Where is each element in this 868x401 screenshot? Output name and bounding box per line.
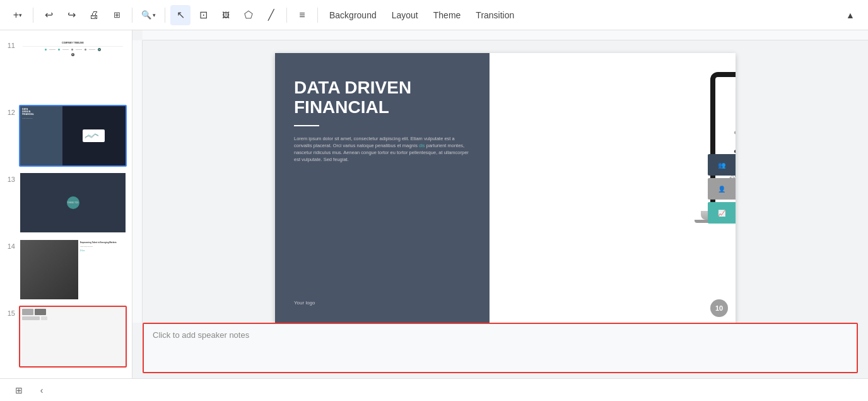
thank-you-text: THANK YOU (67, 201, 79, 204)
timeline-connector (76, 49, 82, 50)
image-icon: 🖼 (222, 11, 230, 20)
zoom-dropdown[interactable]: 🔍 ▾ (138, 8, 160, 22)
timeline-connector (89, 49, 95, 50)
slide-number-13: 13 (5, 176, 15, 183)
timeline-dot (85, 49, 86, 51)
slide-thumb-11[interactable]: COMPANY TIMELINE (19, 38, 127, 100)
slide-logo: Your logo (294, 300, 471, 306)
slide-body-text: Lorem ipsum dolor sit amet, consectetur … (294, 135, 471, 164)
canvas-scroll[interactable]: DATA DRIVEN FINANCIAL Lorem ipsum dolor … (143, 40, 868, 323)
separator-5 (317, 8, 318, 23)
slide-item[interactable]: 15 (0, 303, 132, 370)
add-icon: + (13, 9, 19, 21)
timeline-dot (71, 49, 73, 51)
slide-12-text: Lorem ipsum dolor (22, 117, 61, 119)
slide-left-panel: DATA DRIVEN FINANCIAL Lorem ipsum dolor … (275, 53, 490, 323)
theme-button[interactable]: Theme (427, 8, 467, 23)
slide-14-content: Empowering Talent in Emerging Markets Lo… (78, 240, 126, 299)
slide-11-title: COMPANY TIMELINE (23, 42, 123, 44)
person-icon: 👤 (718, 186, 725, 193)
slide-thumb-12[interactable]: DATADRIVENFINANCIAL Lorem ipsum dolor (19, 105, 127, 167)
toolbar-right: ▲ (840, 5, 860, 25)
sidebar-icon-people[interactable]: 👥 (708, 154, 736, 176)
slide-number-badge: 10 (710, 299, 728, 317)
shape-icon: ⬠ (244, 9, 253, 21)
zoom-out-icon: 🔍 (141, 10, 151, 20)
format-paint-button[interactable]: ⊞ (107, 5, 127, 25)
panel-toggle-button[interactable]: ‹ (33, 381, 50, 399)
slide-14-text: Lorem ipsum text here (80, 246, 124, 247)
slide-panel: 11 COMPANY TIMELINE (0, 30, 132, 378)
canvas-with-ruler: DATA DRIVEN FINANCIAL Lorem ipsum dolor … (132, 40, 868, 323)
collapse-toolbar-button[interactable]: ▲ (840, 5, 860, 25)
timeline-connector (62, 49, 69, 50)
crop-tool-button[interactable]: ⊡ (193, 5, 213, 25)
text-align-button[interactable]: ≡ (292, 5, 312, 25)
slide-12-title: DATADRIVENFINANCIAL (22, 108, 61, 116)
undo-icon: ↩ (45, 9, 53, 21)
image-tool-button[interactable]: 🖼 (216, 5, 236, 25)
slide-title: DATA DRIVEN FINANCIAL (294, 78, 471, 117)
redo-button[interactable]: ↪ (61, 5, 81, 25)
background-button[interactable]: Background (323, 8, 383, 23)
slide-12-right (62, 106, 126, 165)
horizontal-ruler: // Rendered via inline approach (143, 30, 868, 40)
main-area: 11 COMPANY TIMELINE (0, 30, 868, 378)
text-align-icon: ≡ (299, 9, 305, 21)
slide-15-img1 (22, 309, 33, 315)
slide-number-12: 12 (5, 109, 15, 116)
people-icon: 👥 (718, 162, 725, 169)
thank-you-circle: THANK YOU (67, 196, 79, 209)
grid-view-button[interactable]: ⊞ (10, 381, 28, 399)
timeline-dot (45, 49, 47, 51)
chart-icon: 📈 (718, 210, 725, 217)
slide-item[interactable]: 13 THANK YOU (0, 169, 132, 236)
select-tool-button[interactable]: ↖ (170, 5, 191, 25)
slide-thumb-14[interactable]: Empowering Talent in Emerging Markets Lo… (19, 239, 127, 301)
separator-2 (132, 8, 132, 23)
slide-15-bar (22, 316, 40, 320)
slide-panel-scroll[interactable]: 11 COMPANY TIMELINE (0, 35, 132, 373)
slide-item[interactable]: 11 COMPANY TIMELINE (0, 35, 132, 102)
transition-button[interactable]: Transition (469, 8, 520, 23)
layout-button[interactable]: Layout (385, 8, 425, 23)
sidebar-icon-chart[interactable]: 📈 (708, 202, 736, 224)
timeline-dot-special (98, 48, 101, 51)
toolbar: + ▾ ↩ ↪ 🖨 ⊞ 🔍 ▾ ↖ ⊡ 🖼 ⬠ ╱ ≡ Background L… (0, 0, 868, 30)
slide-item[interactable]: 14 Empowering Talent in Emerging Markets… (0, 236, 132, 303)
slide-15-bar2 (41, 316, 47, 320)
separator-3 (165, 8, 165, 23)
speaker-notes[interactable]: Click to add speaker notes (143, 323, 858, 373)
canvas-area: // Rendered via inline approach DATA DRI… (132, 30, 868, 378)
slide-number-11: 11 (5, 42, 15, 49)
format-paint-icon: ⊞ (114, 10, 120, 20)
separator-4 (286, 8, 287, 23)
slide-number-15: 15 (5, 309, 15, 317)
timeline-dot (58, 49, 60, 51)
add-dropdown-icon: ▾ (19, 12, 22, 18)
add-button[interactable]: + ▾ (8, 5, 28, 25)
sidebar-icon-person[interactable]: 👤 (708, 178, 736, 200)
collapse-icon: ▲ (846, 10, 855, 20)
slide-number-14: 14 (5, 242, 15, 250)
toggle-icon: ‹ (40, 385, 44, 395)
slide-15-img2 (35, 309, 46, 315)
slide-item[interactable]: 12 DATADRIVENFINANCIAL Lorem ipsum dolor (0, 102, 132, 169)
print-button[interactable]: 🖨 (84, 5, 104, 25)
redo-icon: ↪ (67, 9, 76, 21)
slide-divider (294, 125, 319, 126)
bottom-bar: ⊞ ‹ (0, 378, 868, 401)
shape-tool-button[interactable]: ⬠ (238, 5, 259, 25)
slide-thumb-13[interactable]: THANK YOU (19, 172, 127, 234)
zoom-chevron-icon: ▾ (153, 12, 156, 18)
line-tool-button[interactable]: ╱ (261, 5, 281, 25)
separator-1 (33, 8, 33, 23)
timeline-connector (49, 49, 56, 50)
slide-thumb-15[interactable] (19, 306, 127, 368)
line-icon: ╱ (268, 9, 274, 21)
undo-button[interactable]: ↩ (38, 5, 59, 25)
slide-14-image (20, 240, 78, 299)
grid-icon: ⊞ (15, 385, 23, 395)
mini-laptop (83, 129, 105, 142)
slide-canvas[interactable]: DATA DRIVEN FINANCIAL Lorem ipsum dolor … (275, 53, 736, 323)
